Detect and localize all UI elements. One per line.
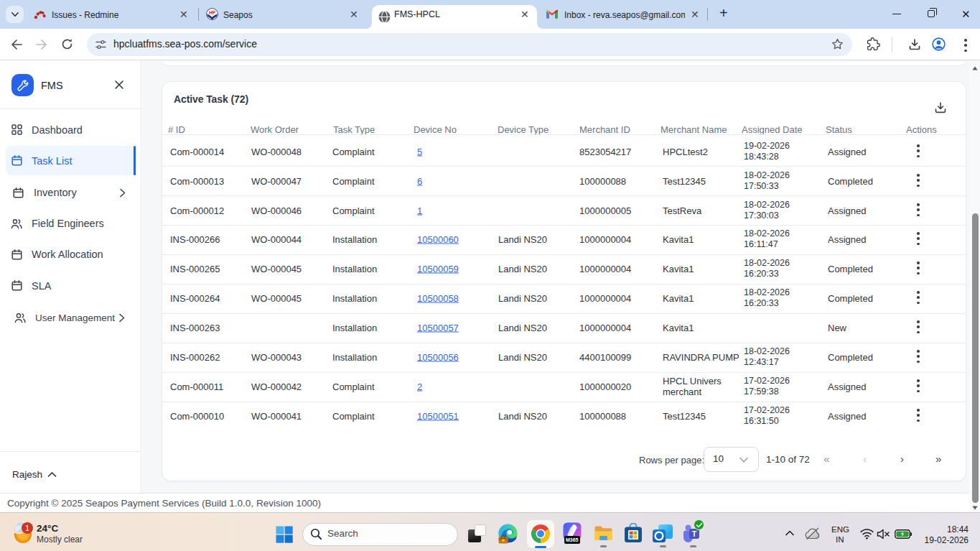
svg-text:T: T [692,529,697,538]
svg-text:HP: HP [209,10,216,15]
